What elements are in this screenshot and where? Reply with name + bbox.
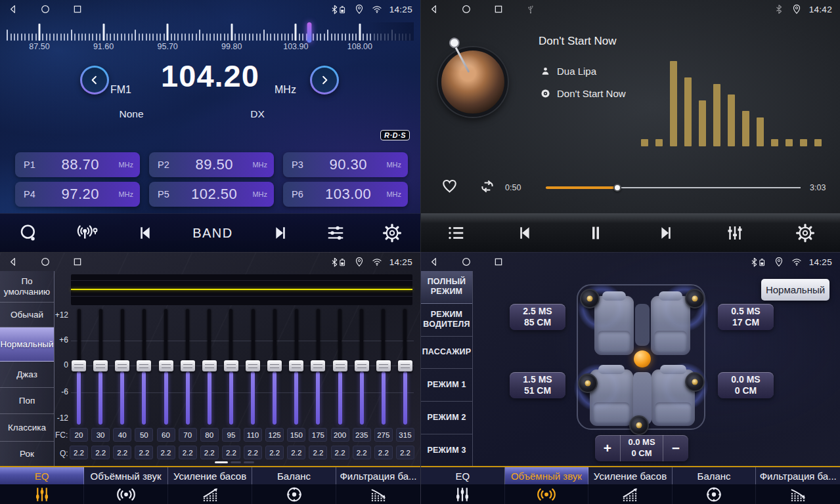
surround-mode-item[interactable]: РЕЖИМ 2 <box>421 402 472 434</box>
surround-mode-item[interactable]: ПАССАЖИР <box>421 337 472 369</box>
eq-preset-item[interactable]: Нормальный <box>0 327 54 362</box>
fc-value[interactable]: 80 <box>200 428 219 442</box>
q-value[interactable]: 2.2 <box>244 446 262 459</box>
tab-surround[interactable]: Объёмный звук <box>505 467 589 504</box>
nav-back-icon[interactable] <box>429 257 439 267</box>
nav-recents-icon[interactable] <box>72 257 83 267</box>
fc-value[interactable]: 110 <box>244 428 262 442</box>
scan-icon[interactable] <box>18 223 38 243</box>
nav-recents-icon[interactable] <box>493 4 504 14</box>
eq-band-slider[interactable] <box>72 309 86 425</box>
seek-knob[interactable] <box>613 184 621 192</box>
surround-mode-item[interactable]: ПОЛНЫЙ РЕЖИМ <box>421 271 472 304</box>
fc-value[interactable]: 175 <box>309 428 327 442</box>
fc-value[interactable]: 20 <box>70 428 88 442</box>
tune-up-button[interactable] <box>310 66 339 94</box>
q-value[interactable]: 2.2 <box>200 446 219 459</box>
q-value[interactable]: 2.2 <box>353 446 371 459</box>
seek-bar[interactable] <box>546 184 801 191</box>
q-value[interactable]: 2.2 <box>91 446 110 459</box>
eq-preset-item[interactable]: Рок <box>0 442 54 467</box>
tab-balance[interactable]: Баланс <box>673 467 757 504</box>
eq-band-slider[interactable] <box>202 309 217 425</box>
preset-button-p4[interactable]: P497.20MHz <box>15 182 140 207</box>
slider-handle[interactable] <box>202 360 217 371</box>
nav-home-icon[interactable] <box>461 257 472 267</box>
fc-value[interactable]: 315 <box>396 428 414 442</box>
eq-band-slider[interactable] <box>355 309 369 425</box>
favorite-icon[interactable] <box>441 177 458 195</box>
slider-handle[interactable] <box>311 360 325 371</box>
fc-value[interactable]: 70 <box>179 428 197 442</box>
nav-home-icon[interactable] <box>40 257 51 267</box>
nav-back-icon[interactable] <box>8 4 18 14</box>
eq-preset-item[interactable]: Обычай <box>0 303 54 327</box>
playlist-icon[interactable] <box>446 223 466 243</box>
slider-handle[interactable] <box>224 360 238 371</box>
eq-band-slider[interactable] <box>267 309 282 425</box>
eq-band-slider[interactable] <box>224 309 238 425</box>
slider-handle[interactable] <box>333 360 347 371</box>
nav-home-icon[interactable] <box>461 4 472 14</box>
slider-handle[interactable] <box>181 360 195 371</box>
pause-icon[interactable] <box>586 223 606 243</box>
tab-filter[interactable]: Фильтрация ба... <box>336 467 420 504</box>
eq-band-slider[interactable] <box>137 309 151 425</box>
next-station-icon[interactable] <box>270 223 290 243</box>
tab-filter[interactable]: Фильтрация ба... <box>756 467 840 504</box>
slider-handle[interactable] <box>159 360 173 371</box>
listening-position-marker[interactable] <box>634 350 651 368</box>
eq-preset-item[interactable]: По умолчанию <box>0 271 54 303</box>
q-value[interactable]: 2.2 <box>331 446 349 459</box>
eq-preset-item[interactable]: Джаз <box>0 362 54 388</box>
eq-preset-item[interactable]: Поп <box>0 388 54 414</box>
eq-band-slider[interactable] <box>398 309 412 425</box>
slider-handle[interactable] <box>355 360 369 371</box>
delay-rear-left-button[interactable]: 1.5 MS 51 CM <box>510 372 565 398</box>
q-value[interactable]: 2.2 <box>374 446 393 459</box>
frequency-dial[interactable] <box>7 22 414 41</box>
nav-back-icon[interactable] <box>429 4 439 14</box>
fc-value[interactable]: 60 <box>157 428 175 442</box>
eq-band-slider[interactable] <box>333 309 347 425</box>
increase-delay-button[interactable]: + <box>595 435 620 461</box>
previous-station-icon[interactable] <box>136 223 156 243</box>
slider-handle[interactable] <box>115 360 129 371</box>
delay-front-right-button[interactable]: 0.5 MS 17 CM <box>718 304 774 330</box>
q-value[interactable]: 2.2 <box>179 446 197 459</box>
fc-value[interactable]: 235 <box>353 428 371 442</box>
tab-eq[interactable]: EQ <box>421 467 505 504</box>
eq-band-slider[interactable] <box>159 309 173 425</box>
eq-band-slider[interactable] <box>181 309 195 425</box>
q-value[interactable]: 2.2 <box>287 446 305 459</box>
broadcast-icon[interactable] <box>75 223 100 243</box>
slider-handle[interactable] <box>376 360 391 371</box>
nav-back-icon[interactable] <box>8 257 18 267</box>
band-button[interactable]: BAND <box>192 226 233 241</box>
fc-value[interactable]: 40 <box>113 428 131 442</box>
eq-band-slider[interactable] <box>93 309 108 425</box>
fc-value[interactable]: 200 <box>331 428 349 442</box>
delay-rear-right-button[interactable]: 0.0 MS 0 CM <box>718 372 774 398</box>
q-value[interactable]: 2.2 <box>396 446 414 459</box>
eq-band-slider[interactable] <box>376 309 391 425</box>
q-value[interactable]: 2.2 <box>265 446 284 459</box>
slider-handle[interactable] <box>72 360 86 371</box>
fc-value[interactable]: 150 <box>287 428 305 442</box>
eq-band-slider[interactable] <box>289 309 303 425</box>
q-value[interactable]: 2.2 <box>70 446 88 459</box>
nav-home-icon[interactable] <box>40 4 51 14</box>
surround-preset-button[interactable]: Нормальный <box>761 279 829 301</box>
eq-preset-item[interactable]: Классика <box>0 414 54 442</box>
eq-settings-icon[interactable] <box>326 223 345 243</box>
q-value[interactable]: 2.2 <box>113 446 131 459</box>
tab-surround[interactable]: Объёмный звук <box>84 467 168 504</box>
eq-band-slider[interactable] <box>115 309 129 425</box>
eq-band-slider[interactable] <box>246 309 260 425</box>
tab-bass-boost[interactable]: Усиление басов <box>588 467 673 504</box>
nav-recents-icon[interactable] <box>493 257 504 267</box>
slider-handle[interactable] <box>398 360 412 371</box>
surround-mode-item[interactable]: РЕЖИМ 3 <box>421 434 472 467</box>
fc-value[interactable]: 95 <box>222 428 240 442</box>
decrease-delay-button[interactable]: − <box>663 435 688 461</box>
